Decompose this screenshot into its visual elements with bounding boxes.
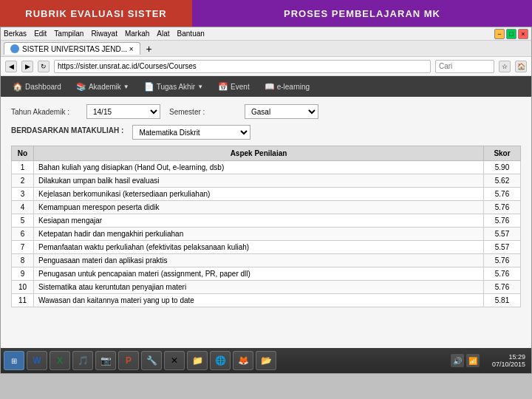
cell-no: 10 xyxy=(12,281,34,294)
matakuliah-select[interactable]: Matematika Diskrit xyxy=(132,125,250,140)
taskbar-folder2[interactable]: 📂 xyxy=(256,351,276,370)
table-row: 7 Pemanfaatan waktu perkuliahan (efektiv… xyxy=(12,241,521,254)
cell-skor: 5.76 xyxy=(484,188,521,201)
table-row: 2 Dilakukan umpan balik hasil evaluasi 5… xyxy=(12,174,521,188)
elearning-icon: 📖 xyxy=(265,82,275,92)
akademik-icon: 📚 xyxy=(76,82,86,92)
header-banner: RUBRIK EVALUASI SISTER PROSES PEMBELAJAR… xyxy=(0,0,532,27)
home-button[interactable]: 🏠 xyxy=(515,61,527,72)
taskbar-photo[interactable]: 📷 xyxy=(95,351,116,370)
window-controls: − □ × xyxy=(494,29,528,39)
tahun-select[interactable]: 14/15 xyxy=(86,104,160,119)
table-row: 3 Kejelasan berkomunikasi (ketersediaan … xyxy=(12,188,521,201)
menu-berkas[interactable]: Berkas xyxy=(4,30,27,38)
cell-no: 6 xyxy=(12,228,34,241)
cell-aspek: Sistematika atau keruntutan penyajian ma… xyxy=(34,281,484,294)
taskbar-globe[interactable]: 🌐 xyxy=(210,351,231,370)
taskbar-firefox[interactable]: 🦊 xyxy=(233,351,253,370)
cell-skor: 5.76 xyxy=(484,214,521,228)
table-row: 1 Bahan kuliah yang disiapkan (Hand Out,… xyxy=(12,161,521,174)
menu-markah[interactable]: Markah xyxy=(125,30,149,38)
browser-tab[interactable]: SISTER UNIVERSITAS JEND... × xyxy=(4,42,140,55)
taskbar-x[interactable]: ✕ xyxy=(164,351,185,370)
new-tab-button[interactable]: + xyxy=(142,41,157,56)
cell-skor: 5.90 xyxy=(484,161,521,174)
header-left-title: RUBRIK EVALUASI SISTER xyxy=(0,0,192,27)
cell-aspek: Pemanfaatan waktu perkuliahan (efektivit… xyxy=(34,241,484,254)
cell-no: 7 xyxy=(12,241,34,254)
menu-edit[interactable]: Edit xyxy=(34,30,47,38)
taskbar: ⊞ W X 🎵 📷 P 🔧 ✕ 📁 🌐 🦊 📂 🔊 📶 15:29 07/10/… xyxy=(1,348,531,373)
tab-favicon xyxy=(10,44,19,53)
nav-akademik[interactable]: 📚 Akademik ▼ xyxy=(70,81,135,93)
header-no: No xyxy=(12,146,34,161)
start-button[interactable]: ⊞ xyxy=(4,351,24,370)
menu-alat[interactable]: Alat xyxy=(157,30,169,38)
content-area: Tahun Akademik : 14/15 Semester : Gasal … xyxy=(1,97,531,357)
cell-skor: 5.76 xyxy=(484,267,521,281)
form-row-matakuliah: BERDASARKAN MATAKULIAH : Matematika Disk… xyxy=(11,125,521,140)
cell-aspek: Kemampuan merespon peserta didik xyxy=(34,201,484,214)
reload-button[interactable]: ↻ xyxy=(38,61,50,72)
network-icon[interactable]: 📶 xyxy=(466,354,480,367)
cell-skor: 5.81 xyxy=(484,294,521,307)
cell-no: 3 xyxy=(12,188,34,201)
menu-bantuan[interactable]: Bantuan xyxy=(177,30,205,38)
table-row: 9 Penugasan untuk pencapaian materi (ass… xyxy=(12,267,521,281)
header-right-title: PROSES PEMBELAJARAN MK xyxy=(192,0,532,27)
table-row: 5 Kesiapan mengajar 5.76 xyxy=(12,214,521,228)
cell-no: 4 xyxy=(12,201,34,214)
table-row: 11 Wawasan dan kaitannya materi yang up … xyxy=(12,294,521,307)
tab-title: SISTER UNIVERSITAS JEND... × xyxy=(22,45,134,53)
cell-aspek: Penguasaan materi dan aplikasi praktis xyxy=(34,254,484,267)
table-row: 4 Kemampuan merespon peserta didik 5.76 xyxy=(12,201,521,214)
taskbar-music[interactable]: 🎵 xyxy=(72,351,93,370)
search-input[interactable] xyxy=(435,60,494,73)
taskbar-word[interactable]: W xyxy=(27,351,47,370)
cell-aspek: Wawasan dan kaitannya materi yang up to … xyxy=(34,294,484,307)
cell-skor: 5.57 xyxy=(484,228,521,241)
nav-event[interactable]: 📅 Event xyxy=(212,81,256,93)
bookmark-button[interactable]: ☆ xyxy=(499,61,511,72)
table-row: 10 Sistematika atau keruntutan penyajian… xyxy=(12,281,521,294)
form-row-tahun: Tahun Akademik : 14/15 Semester : Gasal xyxy=(11,104,521,119)
volume-icon[interactable]: 🔊 xyxy=(451,354,464,367)
header-aspek: Aspek Penilaian xyxy=(34,146,484,161)
cell-skor: 5.76 xyxy=(484,254,521,267)
table-row: 8 Penguasaan materi dan aplikasi praktis… xyxy=(12,254,521,267)
back-button[interactable]: ◀ xyxy=(5,61,17,72)
maximize-button[interactable]: □ xyxy=(506,29,516,39)
nav-toolbar: 🏠 Dashboard 📚 Akademik ▼ 📄 Tugas Akhir ▼… xyxy=(1,76,531,97)
taskbar-folder1[interactable]: 📁 xyxy=(187,351,208,370)
header-skor: Skor xyxy=(484,146,521,161)
close-button[interactable]: × xyxy=(518,29,528,39)
cell-skor: 5.62 xyxy=(484,174,521,188)
semester-select[interactable]: Gasal xyxy=(245,104,318,119)
event-icon: 📅 xyxy=(218,82,228,92)
table-row: 6 Ketepatan hadir dan mengakhiri perkuli… xyxy=(12,228,521,241)
nav-elearning[interactable]: 📖 e-learning xyxy=(259,81,316,93)
cell-no: 2 xyxy=(12,174,34,188)
menu-riwayat[interactable]: Riwayat xyxy=(91,30,117,38)
menu-tampilan[interactable]: Tampilan xyxy=(54,30,83,38)
minimize-button[interactable]: − xyxy=(494,29,505,39)
clock: 15:29 07/10/2015 xyxy=(492,353,525,368)
forward-button[interactable]: ▶ xyxy=(21,61,33,72)
evaluation-table: No Aspek Penilaian Skor 1 Bahan kuliah y… xyxy=(11,146,521,307)
cell-aspek: Dilakukan umpan balik hasil evaluasi xyxy=(34,174,484,188)
cell-no: 8 xyxy=(12,254,34,267)
date-display: 07/10/2015 xyxy=(492,361,525,368)
cell-skor: 5.76 xyxy=(484,281,521,294)
browser-window: Berkas Edit Tampilan Riwayat Markah Alat… xyxy=(0,27,532,374)
nav-dashboard[interactable]: 🏠 Dashboard xyxy=(7,81,67,93)
cell-aspek: Bahan kuliah yang disiapkan (Hand Out, e… xyxy=(34,161,484,174)
address-input[interactable] xyxy=(54,60,431,73)
taskbar-tool[interactable]: 🔧 xyxy=(141,351,162,370)
taskbar-powerpoint[interactable]: P xyxy=(118,351,139,370)
dashboard-icon: 🏠 xyxy=(13,82,23,92)
nav-tugas-akhir[interactable]: 📄 Tugas Akhir ▼ xyxy=(138,81,209,93)
cell-aspek: Penugasan untuk pencapaian materi (assig… xyxy=(34,267,484,281)
taskbar-excel[interactable]: X xyxy=(50,351,70,370)
menu-bar: Berkas Edit Tampilan Riwayat Markah Alat… xyxy=(1,27,531,41)
system-tray: 🔊 📶 xyxy=(451,354,480,367)
